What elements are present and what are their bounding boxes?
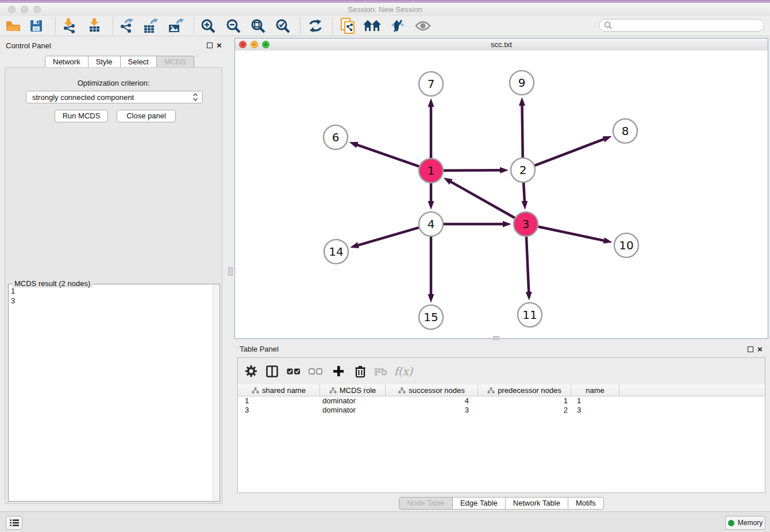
- network-view-title: scc.txt: [235, 40, 768, 49]
- graph-edge-arrowhead: [521, 201, 528, 210]
- hierarchy-icon: [398, 387, 406, 394]
- home-layout-icon[interactable]: [363, 18, 382, 34]
- column-header-successor-nodes[interactable]: successor nodes: [386, 384, 478, 396]
- deselect-all-checkboxes-icon[interactable]: [307, 363, 324, 379]
- close-panel-button[interactable]: Close panel: [117, 110, 176, 122]
- cell-mcds-role[interactable]: dominator: [320, 406, 386, 415]
- toolbar-separator: [113, 17, 113, 34]
- settings-gear-icon[interactable]: [242, 363, 260, 379]
- column-header-predecessor-nodes[interactable]: predecessor nodes: [478, 384, 571, 396]
- float-panel-icon[interactable]: [207, 43, 213, 48]
- show-hide-style-icon[interactable]: [388, 18, 407, 34]
- table-panel-header: Table Panel ×: [234, 342, 768, 356]
- add-column-icon[interactable]: [330, 363, 347, 379]
- cell-mcds-role[interactable]: dominator: [320, 396, 386, 406]
- export-network-icon[interactable]: [116, 18, 136, 34]
- graph-edge-1-6[interactable]: [356, 145, 419, 167]
- graph-edge-arrowhead: [428, 294, 434, 303]
- export-image-icon[interactable]: [166, 18, 186, 34]
- close-table-panel-icon[interactable]: ×: [757, 346, 763, 353]
- open-file-icon[interactable]: [3, 18, 23, 34]
- graph-node-label: 14: [329, 245, 343, 259]
- graph-edge-3-10[interactable]: [538, 227, 605, 241]
- table-row[interactable]: 3 dominator 3 2 3: [238, 406, 765, 415]
- column-header-shared-name[interactable]: shared name: [238, 384, 320, 396]
- export-table-icon[interactable]: [141, 18, 160, 34]
- horizontal-splitter-handle[interactable]: [493, 336, 499, 340]
- cell-successor-nodes[interactable]: 4: [386, 396, 478, 406]
- cell-shared-name[interactable]: 3: [238, 406, 320, 415]
- tab-network[interactable]: Network: [45, 56, 88, 68]
- optimization-criterion-label: Optimization criterion:: [0, 79, 227, 87]
- graph-edge-arrowhead: [444, 178, 453, 184]
- float-table-panel-icon[interactable]: [748, 346, 753, 352]
- task-history-button[interactable]: [6, 516, 22, 530]
- delete-column-icon[interactable]: [352, 363, 369, 379]
- cell-successor-nodes[interactable]: 3: [386, 406, 478, 415]
- graph-edge-arrowhead: [500, 167, 509, 174]
- select-value: strongly connected component: [32, 93, 134, 102]
- function-builder-disabled-icon: f(x): [392, 363, 415, 379]
- graph-node-label: 7: [428, 77, 435, 91]
- table-row[interactable]: 1 dominator 4 1 1: [238, 396, 765, 406]
- tab-network-table[interactable]: Network Table: [506, 497, 568, 510]
- network-canvas[interactable]: 7968124314101511: [235, 51, 768, 338]
- graph-edge-2-8[interactable]: [535, 139, 605, 166]
- tab-select[interactable]: Select: [121, 56, 157, 68]
- graph-edge-arrowhead: [603, 237, 613, 244]
- search-field: [599, 19, 764, 32]
- graph-node-label: 9: [518, 76, 526, 90]
- network-graph[interactable]: 7968124314101511: [235, 51, 768, 338]
- status-bar: Memory: [0, 511, 770, 532]
- import-table-icon[interactable]: [85, 18, 105, 34]
- import-network-icon[interactable]: [59, 18, 79, 34]
- node-table-container: f(x) shared name MCDS role successor nod…: [237, 357, 765, 493]
- tab-motifs[interactable]: Motifs: [568, 497, 604, 510]
- hierarchy-icon: [487, 387, 495, 394]
- save-session-icon[interactable]: [26, 18, 46, 34]
- graph-node-label: 11: [522, 308, 537, 322]
- show-hide-gray-icon[interactable]: [413, 18, 433, 34]
- cell-name[interactable]: 3: [571, 406, 619, 415]
- zoom-in-icon[interactable]: [198, 18, 218, 34]
- graph-edge-arrowhead: [603, 136, 612, 142]
- toolbar-separator: [300, 17, 301, 34]
- tab-style[interactable]: Style: [88, 56, 121, 68]
- cell-predecessor-nodes[interactable]: 2: [478, 406, 571, 415]
- cell-shared-name[interactable]: 1: [238, 396, 320, 406]
- run-mcds-button[interactable]: Run MCDS: [55, 110, 108, 122]
- optimization-criterion-select[interactable]: strongly connected component: [26, 91, 203, 103]
- result-scrollbar[interactable]: [213, 285, 219, 500]
- graph-node-label: 8: [622, 124, 629, 138]
- graph-edge-3-11[interactable]: [526, 237, 529, 293]
- table-panel-title: Table Panel: [240, 345, 279, 353]
- graph-edge-3-1[interactable]: [450, 182, 515, 218]
- network-overview-icon[interactable]: [338, 18, 357, 34]
- tab-edge-table[interactable]: Edge Table: [453, 497, 506, 510]
- graph-edge-2-9[interactable]: [522, 105, 523, 157]
- mcds-result-text: 1 3: [11, 286, 211, 500]
- zoom-fit-icon[interactable]: [248, 18, 268, 34]
- vertical-splitter-handle[interactable]: [228, 267, 233, 276]
- main-toolbar: [0, 16, 770, 36]
- refresh-layout-icon[interactable]: [306, 18, 325, 34]
- graph-edge-2-3[interactable]: [523, 183, 525, 202]
- close-panel-icon[interactable]: ×: [217, 42, 222, 49]
- cell-predecessor-nodes[interactable]: 1: [478, 396, 571, 406]
- cell-name[interactable]: 1: [571, 396, 619, 406]
- tab-node-table[interactable]: Node Table: [399, 497, 453, 510]
- zoom-selected-icon[interactable]: [273, 18, 292, 34]
- split-view-icon[interactable]: [263, 363, 280, 379]
- toolbar-separator: [194, 17, 194, 34]
- network-view-window: × − + scc.txt 7968124314101511: [234, 38, 768, 339]
- tab-mcds[interactable]: MCDS: [157, 56, 194, 68]
- select-all-checkboxes-icon[interactable]: [285, 363, 302, 379]
- zoom-out-icon[interactable]: [224, 18, 243, 34]
- graph-edge-1-2[interactable]: [444, 170, 501, 171]
- column-header-name[interactable]: name: [571, 384, 619, 396]
- graph-edge-4-14[interactable]: [357, 228, 418, 245]
- column-header-mcds-role[interactable]: MCDS role: [320, 384, 386, 396]
- search-input[interactable]: [615, 21, 759, 30]
- memory-button[interactable]: Memory: [725, 516, 765, 530]
- graph-node-label: 10: [619, 238, 633, 252]
